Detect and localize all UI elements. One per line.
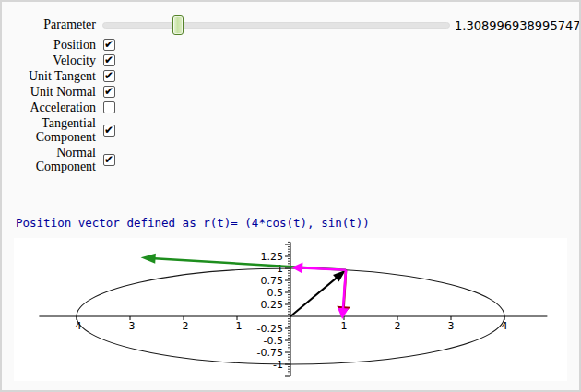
parameter-label: Parameter [2,18,96,32]
parameter-slider[interactable] [102,15,450,35]
checkbox-label: Normal Component [2,146,96,173]
x-tick-label: -2 [179,320,189,332]
checkbox-label: Unit Tangent [2,69,96,83]
y-tick-label: 0.25 [261,299,284,311]
checkbox-row-tangential-component: Tangential Component [2,116,115,144]
checkbox-row-unit-tangent: Unit Tangent [2,69,115,83]
y-tick-label: 0.75 [261,275,284,287]
y-tick-label: -0.5 [264,335,283,347]
plot-svg: -4-3-2-112341.2510.750.50.25-0.25-0.5-0.… [14,238,567,381]
y-tick-label: -0.25 [257,323,283,335]
interact-widget: Parameter 1.308996938995747 Position Vel… [0,0,581,392]
checkbox-label: Velocity [2,53,96,67]
checkbox-row-velocity: Velocity [2,53,115,67]
x-tick-label: -4 [72,320,82,332]
output-line-position: Position vector defined as r(t)= (4*cos(… [16,216,370,231]
checkbox-row-position: Position [2,38,115,52]
checkbox-label: Unit Normal [2,85,96,99]
curve-plot: -4-3-2-112341.2510.750.50.25-0.25-0.5-0.… [14,238,567,381]
x-tick-label: 3 [448,320,455,332]
x-tick-label: 1 [341,320,348,332]
unit-tangent-vector-head [291,263,302,274]
checkbox-velocity[interactable] [103,54,115,66]
x-tick-label: -3 [125,320,136,332]
y-tick-label: 1.25 [261,251,284,263]
x-tick-label: 4 [502,320,508,332]
checkbox-column: Position Velocity Unit Tangent Unit Norm… [2,38,115,175]
parameter-value: 1.308996938995747 [455,18,580,32]
velocity-vector-head [141,254,156,264]
checkbox-label: Acceleration [2,101,96,114]
x-tick-label: -1 [232,320,243,332]
y-tick-label: -1 [273,359,283,371]
checkbox-normal-component[interactable] [103,154,115,166]
checkbox-tangential-component[interactable] [103,125,115,137]
slider-track[interactable] [102,22,450,29]
checkbox-row-normal-component: Normal Component [2,146,115,173]
checkbox-unit-tangent[interactable] [103,70,115,82]
parameter-row: Parameter 1.308996938995747 [2,14,579,36]
checkbox-label: Position [2,38,96,52]
unit-normal-vector-head [338,308,349,319]
checkbox-unit-normal[interactable] [103,86,115,98]
checkbox-position[interactable] [103,39,115,51]
slider-thumb[interactable] [172,15,184,35]
checkbox-row-acceleration: Acceleration [2,101,115,114]
y-tick-label: -0.75 [257,347,283,359]
checkbox-row-unit-normal: Unit Normal [2,85,115,99]
checkbox-acceleration[interactable] [103,101,115,113]
y-tick-label: 0.5 [267,287,284,299]
x-tick-label: 2 [395,320,401,332]
y-tick-label: 1 [277,263,283,275]
checkbox-label: Tangential Component [2,116,96,144]
